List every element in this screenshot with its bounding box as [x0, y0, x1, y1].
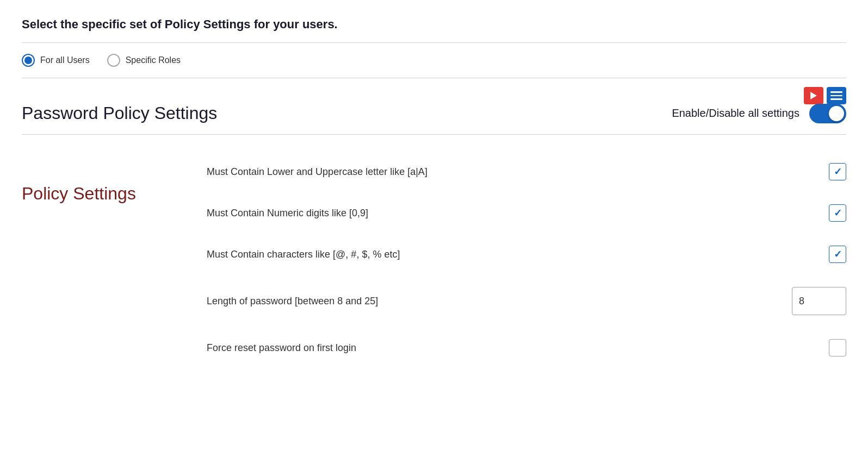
checkbox-numeric[interactable]: ✓	[829, 204, 846, 222]
icon-buttons-top-right	[804, 87, 846, 104]
radio-circle-specific-roles	[107, 54, 120, 67]
checkbox-force-reset[interactable]	[829, 339, 846, 356]
checkbox-special-chars[interactable]: ✓	[829, 246, 846, 263]
youtube-button[interactable]	[804, 87, 823, 104]
toggle-track	[809, 104, 846, 123]
checkmark-lowercase-uppercase: ✓	[834, 167, 842, 177]
setting-label-lowercase-uppercase: Must Contain Lower and Uppercase letter …	[207, 166, 427, 178]
password-length-input[interactable]	[792, 287, 846, 315]
setting-row-force-reset: Force reset password on first login	[207, 327, 846, 368]
youtube-icon	[810, 92, 817, 99]
radio-label-all-users: For all Users	[40, 55, 90, 65]
checkmark-special-chars: ✓	[834, 249, 842, 259]
radio-all-users[interactable]: For all Users	[22, 54, 90, 67]
setting-label-force-reset: Force reset password on first login	[207, 342, 356, 354]
setting-row-numeric: Must Contain Numeric digits like [0,9] ✓	[207, 192, 846, 234]
list-icon-line1	[830, 91, 842, 93]
left-panel: Policy Settings	[22, 151, 174, 368]
radio-label-specific-roles: Specific Roles	[126, 55, 181, 65]
setting-row-password-length: Length of password [between 8 and 25]	[207, 275, 846, 327]
radio-group: For all Users Specific Roles	[22, 43, 846, 78]
enable-disable-toggle[interactable]	[809, 104, 846, 123]
list-button[interactable]	[827, 87, 846, 104]
policy-header-section: Password Policy Settings Enable/Disable …	[22, 78, 846, 134]
setting-label-password-length: Length of password [between 8 and 25]	[207, 296, 378, 307]
password-policy-title: Password Policy Settings	[22, 103, 217, 123]
checkmark-numeric: ✓	[834, 208, 842, 218]
list-icon-line2	[830, 95, 842, 97]
policy-divider	[22, 134, 846, 135]
right-panel: Must Contain Lower and Uppercase letter …	[174, 151, 846, 368]
setting-row-lowercase-uppercase: Must Contain Lower and Uppercase letter …	[207, 151, 846, 192]
enable-disable-row: Enable/Disable all settings	[672, 104, 846, 123]
policy-settings-label: Policy Settings	[22, 184, 136, 203]
page-heading: Select the specific set of Policy Settin…	[22, 17, 846, 32]
main-content: Policy Settings Must Contain Lower and U…	[22, 151, 846, 368]
setting-label-numeric: Must Contain Numeric digits like [0,9]	[207, 208, 368, 219]
list-icon-line3	[830, 98, 842, 100]
setting-row-special-chars: Must Contain characters like [@, #, $, %…	[207, 234, 846, 275]
policy-header-row: Password Policy Settings Enable/Disable …	[22, 103, 846, 123]
checkbox-lowercase-uppercase[interactable]: ✓	[829, 163, 846, 180]
enable-disable-label: Enable/Disable all settings	[672, 107, 799, 120]
setting-label-special-chars: Must Contain characters like [@, #, $, %…	[207, 249, 400, 260]
radio-specific-roles[interactable]: Specific Roles	[107, 54, 181, 67]
radio-circle-all-users	[22, 54, 35, 67]
toggle-thumb	[829, 106, 844, 121]
